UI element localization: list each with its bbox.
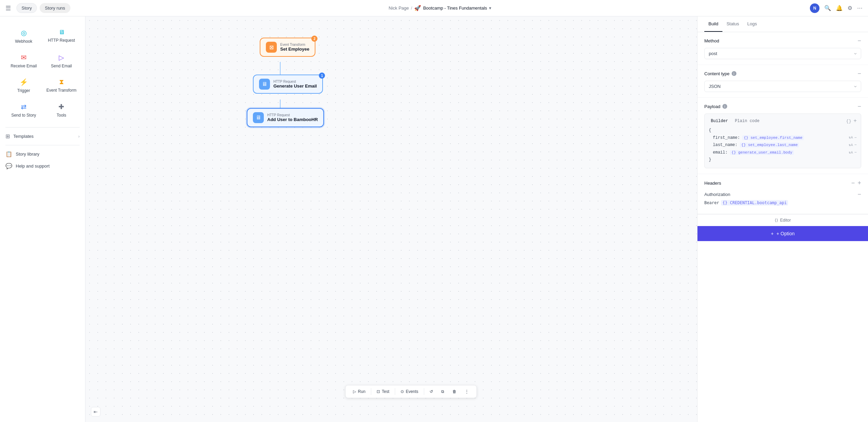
node-card-bamboo: 🖥 HTTP Request Add User to BambooHR: [247, 108, 324, 127]
authorization-collapse-button[interactable]: −: [857, 191, 861, 198]
sidebar-item-send-email[interactable]: ▷ Send Email: [43, 49, 80, 72]
payload-tab-plain-code[interactable]: Plain code: [733, 118, 761, 124]
payload-line-1-sort-icon[interactable]: ⇅A: [849, 135, 853, 141]
collapse-button[interactable]: ⇤: [91, 407, 100, 417]
payload-ref-email: {} generate_user_email.body: [730, 150, 794, 155]
project-chevron-icon[interactable]: ▾: [489, 5, 491, 11]
payload-add-line-icon[interactable]: +: [853, 118, 857, 124]
more-icon[interactable]: ⋯: [857, 5, 863, 11]
payload-line-2-remove-icon[interactable]: −: [854, 142, 857, 149]
sidebar-item-tools[interactable]: ✚ Tools: [43, 98, 80, 122]
node-badge-set-employee: 2: [311, 36, 317, 42]
more-options-icon: ⋮: [465, 389, 469, 394]
toolbar-divider-1: [371, 388, 371, 395]
sidebar-item-http-request[interactable]: 🖥 HTTP Request: [43, 25, 80, 48]
toolbar-divider-3: [424, 388, 424, 395]
sidebar-item-label-tools: Tools: [57, 113, 66, 118]
payload-line-1: first_name: {} set_employee.first_name ⇅…: [709, 134, 857, 142]
payload-title: Payload i: [704, 104, 727, 109]
method-select[interactable]: post: [704, 48, 861, 59]
payload-add-object-icon[interactable]: {}: [846, 119, 852, 124]
sidebar-item-receive-email[interactable]: ✉ Receive Email: [5, 49, 42, 72]
method-collapse-button[interactable]: −: [857, 38, 861, 44]
payload-line-3-sort-icon[interactable]: ⇅A: [849, 150, 853, 156]
tab-status[interactable]: Status: [722, 16, 743, 32]
run-button[interactable]: ▷ Run: [350, 387, 369, 396]
sidebar-section-help-support[interactable]: 💬 Help and support: [0, 160, 85, 172]
node-generate-user-email[interactable]: 1 🖥 HTTP Request Generate User Email: [253, 75, 323, 94]
node-set-employee[interactable]: 2 ⊠ Event Transform Set Employee: [260, 38, 315, 57]
option-button[interactable]: + + Option: [697, 226, 868, 241]
payload-line-3: email: {} generate_user_email.body ⇅A −: [709, 149, 857, 157]
tab-build[interactable]: Build: [704, 16, 722, 32]
nav-right: N 🔍 🔔 ⚙ ⋯: [810, 3, 863, 13]
node-card-set-employee: 2 ⊠ Event Transform Set Employee: [260, 38, 315, 57]
test-button[interactable]: ⊡ Test: [373, 387, 393, 396]
sidebar-section-story-library[interactable]: 📋 Story library: [0, 148, 85, 160]
receive-email-icon: ✉: [21, 53, 27, 62]
payload-editor: Builder Plain code {} + { first_name: {}…: [704, 114, 861, 168]
copy-icon: ⧉: [441, 389, 444, 394]
events-button[interactable]: ⊙ Events: [397, 387, 422, 396]
sidebar-section-templates[interactable]: ⊞ Templates ›: [0, 130, 85, 142]
authorization-label: Authorization: [704, 192, 730, 197]
node-label-set-employee: Event Transform: [280, 43, 309, 47]
editor-label: Editor: [780, 218, 791, 223]
payload-section: Payload i − Builder Plain code {} +: [697, 98, 868, 174]
run-label: Run: [358, 389, 365, 394]
sidebar-item-label-http: HTTP Request: [48, 38, 75, 43]
code-brace-close: }: [709, 156, 857, 164]
delete-button[interactable]: 🗑: [449, 387, 460, 396]
templates-chevron-icon: ›: [78, 134, 80, 139]
node-add-user-bamboo[interactable]: 🖥 HTTP Request Add User to BambooHR: [247, 108, 324, 127]
tools-icon: ✚: [58, 103, 64, 111]
node-title-bamboo: Add User to BambooHR: [267, 117, 318, 122]
credential-ref: {} CREDENTIAL.bootcamp_api: [721, 200, 788, 206]
code-brace-open: {: [709, 127, 857, 134]
authorization-value: Bearer {} CREDENTIAL.bootcamp_api: [704, 200, 861, 206]
content-type-select[interactable]: JSON: [704, 81, 861, 92]
more-options-button[interactable]: ⋮: [461, 387, 472, 396]
payload-collapse-button[interactable]: −: [857, 103, 861, 109]
events-icon: ⊙: [401, 389, 404, 394]
run-icon: ▷: [353, 389, 356, 394]
payload-line-3-remove-icon[interactable]: −: [854, 149, 857, 157]
tab-logs[interactable]: Logs: [743, 16, 761, 32]
sidebar-item-label-send-email: Send Email: [51, 64, 72, 68]
payload-tab-builder[interactable]: Builder: [709, 118, 730, 124]
sidebar-item-trigger[interactable]: ⚡ Trigger: [5, 74, 42, 97]
sidebar-item-event-transform[interactable]: ⧗ Event Transform: [43, 74, 80, 97]
node-title-generate-email: Generate User Email: [273, 83, 317, 89]
editor-button[interactable]: ⟨⟩ Editor: [697, 214, 868, 226]
tab-story[interactable]: Story: [16, 3, 37, 13]
test-icon: ⊡: [377, 389, 380, 394]
option-plus-icon: +: [771, 231, 774, 236]
connector-1: [280, 62, 281, 76]
headers-remove-button[interactable]: −: [851, 180, 855, 187]
payload-line-1-remove-icon[interactable]: −: [854, 134, 857, 142]
main-layout: ◎ Webhook 🖥 HTTP Request ✉ Receive Email…: [0, 16, 868, 422]
search-icon[interactable]: 🔍: [824, 5, 831, 11]
event-transform-icon: ⧗: [59, 78, 64, 86]
menu-icon[interactable]: ☰: [5, 4, 11, 12]
sidebar-item-send-to-story[interactable]: ⇄ Send to Story: [5, 98, 42, 122]
headers-add-button[interactable]: +: [857, 180, 861, 187]
content-type-collapse-button[interactable]: −: [857, 70, 861, 77]
tab-story-runs[interactable]: Story runs: [40, 3, 70, 13]
option-label: + Option: [776, 231, 795, 236]
node-icon-bamboo: 🖥: [253, 112, 264, 123]
settings-icon[interactable]: ⚙: [847, 5, 852, 11]
payload-line-2-sort-icon[interactable]: ⇅A: [849, 142, 853, 148]
canvas[interactable]: 2 ⊠ Event Transform Set Employee 1 🖥 HTT…: [85, 16, 697, 422]
payload-tab-group: Builder Plain code: [709, 118, 761, 124]
bell-icon[interactable]: 🔔: [836, 5, 843, 11]
method-header: Method −: [704, 38, 861, 44]
avatar: N: [810, 3, 819, 13]
refresh-icon: ↺: [430, 389, 433, 394]
copy-button[interactable]: ⧉: [438, 387, 448, 396]
content-type-title: Content type i: [704, 71, 736, 76]
content-type-section: Content type i − JSON: [697, 65, 868, 98]
refresh-button[interactable]: ↺: [426, 387, 436, 396]
sidebar-item-webhook[interactable]: ◎ Webhook: [5, 25, 42, 48]
headers-section: Headers − + Authorization − Bearer {} CR…: [697, 174, 868, 214]
